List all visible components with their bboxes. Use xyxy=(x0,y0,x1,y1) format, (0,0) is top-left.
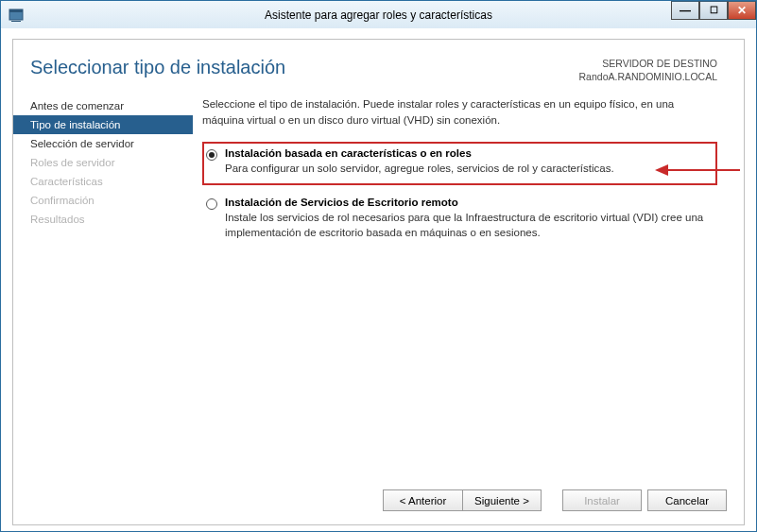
option-rds-desc: Instale los servicios de rol necesarios … xyxy=(225,210,712,240)
option-role-based-text: Instalación basada en características o … xyxy=(225,147,712,176)
wizard-window: Asistente para agregar roles y caracterí… xyxy=(0,0,757,532)
page-title: Seleccionar tipo de instalación xyxy=(30,57,285,78)
radio-rds[interactable] xyxy=(206,198,217,210)
close-button[interactable]: ✕ xyxy=(728,1,756,20)
option-rds-title: Instalación de Servicios de Escritorio r… xyxy=(225,197,712,208)
option-role-based[interactable]: Instalación basada en características o … xyxy=(202,142,717,185)
header-row: Seleccionar tipo de instalación SERVIDOR… xyxy=(13,40,744,87)
destination-label: SERVIDOR DE DESTINO xyxy=(579,57,717,70)
body-row: Antes de comenzar Tipo de instalación Se… xyxy=(13,87,744,255)
wizard-buttons: < Anterior Siguiente > Instalar Cancelar xyxy=(383,489,727,511)
previous-button[interactable]: < Anterior xyxy=(383,489,462,511)
app-icon xyxy=(9,8,24,23)
main-panel: Seleccione el tipo de instalación. Puede… xyxy=(193,94,744,255)
nav-before-start[interactable]: Antes de comenzar xyxy=(13,96,193,115)
svg-rect-1 xyxy=(9,9,23,12)
nav-server-selection[interactable]: Selección de servidor xyxy=(13,134,193,153)
window-title: Asistente para agregar roles y caracterí… xyxy=(265,9,492,22)
option-role-based-desc: Para configurar un solo servidor, agregu… xyxy=(225,161,712,176)
titlebar[interactable]: Asistente para agregar roles y caracterí… xyxy=(1,0,756,28)
radio-role-based[interactable] xyxy=(206,149,217,161)
install-button: Instalar xyxy=(562,489,642,511)
option-rds[interactable]: Instalación de Servicios de Escritorio r… xyxy=(202,191,717,249)
nav-features: Características xyxy=(13,172,193,191)
minimize-button[interactable]: — xyxy=(671,1,699,20)
nav-server-roles: Roles de servidor xyxy=(13,153,193,172)
install-type-options: Instalación basada en características o … xyxy=(202,142,717,249)
svg-rect-2 xyxy=(11,21,21,22)
window-controls: — ☐ ✕ xyxy=(671,1,756,20)
cancel-button[interactable]: Cancelar xyxy=(647,489,727,511)
intro-text: Seleccione el tipo de instalación. Puede… xyxy=(202,96,717,128)
button-spacer xyxy=(547,489,557,511)
wizard-nav: Antes de comenzar Tipo de instalación Se… xyxy=(13,94,193,255)
nav-install-type[interactable]: Tipo de instalación xyxy=(13,115,193,134)
nav-button-pair: < Anterior Siguiente > xyxy=(383,489,542,511)
option-role-based-title: Instalación basada en características o … xyxy=(225,147,712,159)
maximize-button[interactable]: ☐ xyxy=(699,1,728,20)
destination-value: RandoA.RANDOMINIO.LOCAL xyxy=(579,70,717,83)
content-frame: Seleccionar tipo de instalación SERVIDOR… xyxy=(12,39,745,525)
destination-box: SERVIDOR DE DESTINO RandoA.RANDOMINIO.LO… xyxy=(579,57,717,83)
nav-results: Resultados xyxy=(13,210,193,229)
next-button[interactable]: Siguiente > xyxy=(462,489,542,511)
nav-confirmation: Confirmación xyxy=(13,191,193,210)
option-rds-text: Instalación de Servicios de Escritorio r… xyxy=(225,197,712,240)
